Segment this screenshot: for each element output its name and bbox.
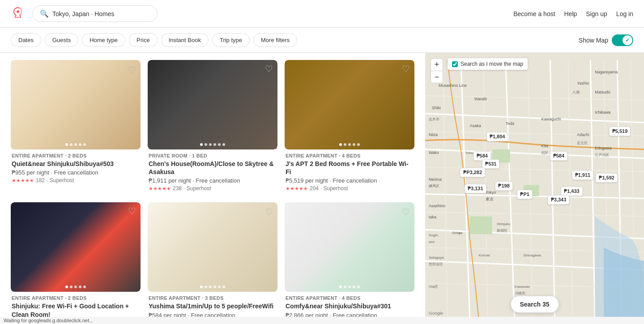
svg-text:Adachi: Adachi xyxy=(577,132,589,137)
carousel-dot xyxy=(222,286,225,288)
become-host-link[interactable]: Become a host xyxy=(513,10,555,17)
filter-bar-left: Dates Guests Home type Price Instant Boo… xyxy=(11,33,297,47)
svg-text:Matsudo: Matsudo xyxy=(595,90,610,94)
instant-book-filter-btn[interactable]: Instant Book xyxy=(161,33,209,47)
carousel-dot xyxy=(348,286,351,288)
listings-grid: ♡ ENTIRE APARTMENT · 2 BEDS Quiet&near S… xyxy=(11,60,414,324)
card-title: Shinjuku: Free Wi-Fi + Good Location + C… xyxy=(12,302,140,318)
more-filters-btn[interactable]: More filters xyxy=(253,33,297,47)
dot-indicators xyxy=(339,286,360,288)
price-marker[interactable]: ₱1,804 xyxy=(486,132,508,141)
wishlist-btn[interactable]: ♡ xyxy=(128,64,136,73)
zoom-out-btn[interactable]: − xyxy=(431,71,443,83)
wishlist-btn[interactable]: ♡ xyxy=(128,207,136,216)
card-title: Chen's House(RoomA)/Close to Skytree & A… xyxy=(149,160,277,176)
card-title: Comfy&near Shinjuku/Shibuya#301 xyxy=(286,302,414,310)
svg-text:北区: 北区 xyxy=(541,151,548,155)
price-marker[interactable]: ₱3,343 xyxy=(548,195,570,205)
svg-text:東京: 東京 xyxy=(486,197,494,201)
svg-text:Sugin: Sugin xyxy=(429,233,438,237)
listing-card[interactable]: ♡ ENTIRE APARTMENT · 3 BEDS Yushima Sta/… xyxy=(148,202,277,324)
carousel-dot xyxy=(65,143,68,146)
help-link[interactable]: Help xyxy=(564,10,577,17)
listing-card[interactable]: ♡ PRIVATE ROOM · 1 BED Chen's House(Room… xyxy=(148,60,277,193)
wishlist-btn[interactable]: ♡ xyxy=(265,207,273,216)
search-as-move-checkbox[interactable] xyxy=(452,61,458,67)
wishlist-btn[interactable]: ♡ xyxy=(402,207,410,216)
card-image xyxy=(285,60,414,149)
card-type: ENTIRE APARTMENT · 2 BEDS xyxy=(12,153,140,158)
card-title: Quiet&near Shinjuku/Shibuya#503 xyxy=(12,160,140,168)
listing-card[interactable]: ♡ ENTIRE APARTMENT · 4 BEDS J's APT 2 Be… xyxy=(285,60,414,193)
card-info: ENTIRE APARTMENT · 2 BEDS Quiet&near Shi… xyxy=(11,149,141,185)
carousel-dot xyxy=(74,286,77,288)
show-map-toggle[interactable] xyxy=(612,34,633,46)
svg-text:Nagareyama: Nagareyama xyxy=(595,70,618,74)
carousel-dot xyxy=(65,286,68,288)
dot-indicators xyxy=(200,143,225,146)
listing-card[interactable]: ♡ ENTIRE APARTMENT · 4 BEDS Comfy&near S… xyxy=(285,202,414,324)
search-icon: 🔍 xyxy=(40,9,49,18)
carousel-dot xyxy=(209,143,212,146)
waiting-bar: Waiting for googleads.g.doubleclick.net.… xyxy=(0,317,644,324)
price-marker[interactable]: ₱584 xyxy=(550,151,567,161)
carousel-dot xyxy=(209,286,212,288)
carousel-dot xyxy=(83,286,86,288)
svg-text:Shinagawa: Shinagawa xyxy=(524,253,542,257)
logo[interactable] xyxy=(11,7,25,21)
svg-text:江戸川区: 江戸川区 xyxy=(595,153,609,157)
carousel-dot xyxy=(79,286,81,288)
svg-text:Asaka: Asaka xyxy=(470,124,481,128)
carousel-dot xyxy=(213,286,216,288)
search-bar[interactable]: 🔍 Tokyo, Japan · Homes xyxy=(32,5,158,22)
price-marker[interactable]: ₱P1 xyxy=(517,190,532,199)
card-image-wrapper: ♡ xyxy=(148,202,277,292)
listing-card[interactable]: ♡ ENTIRE APARTMENT · 2 BEDS Shinjuku: Fr… xyxy=(11,202,141,324)
trip-type-filter-btn[interactable]: Trip type xyxy=(212,33,250,47)
card-price: ₱955 per night · Free cancellation xyxy=(12,169,140,176)
guests-filter-btn[interactable]: Guests xyxy=(45,33,78,47)
carousel-dot xyxy=(70,286,73,288)
svg-text:Shinjuku: Shinjuku xyxy=(497,222,511,226)
card-title: Yushima Sta/1min/Up to 5 people/FreeWifi xyxy=(149,302,277,310)
zoom-in-btn[interactable]: + xyxy=(431,58,443,71)
card-image xyxy=(148,60,277,149)
price-marker[interactable]: ₱531 xyxy=(482,159,499,169)
dot-indicators xyxy=(65,286,86,288)
price-marker[interactable]: ₱198 xyxy=(495,181,512,191)
dot-indicators xyxy=(200,286,225,288)
card-type: ENTIRE APARTMENT · 4 BEDS xyxy=(286,295,414,301)
svg-text:Yashio: Yashio xyxy=(577,81,589,85)
wishlist-btn[interactable]: ♡ xyxy=(265,64,273,73)
login-link[interactable]: Log in xyxy=(616,10,633,17)
search-as-move-label: Search as I move the map xyxy=(461,61,523,67)
search-area-btn[interactable]: Search 35 xyxy=(510,296,559,313)
card-rating: ★★★★★ 238 · Superhost xyxy=(149,185,277,192)
price-marker[interactable]: ₱1,592 xyxy=(596,173,618,183)
price-marker[interactable]: ₱P3,282 xyxy=(460,168,485,177)
card-image xyxy=(285,202,414,292)
price-marker[interactable]: ₱1,911 xyxy=(572,171,594,180)
svg-text:Kita: Kita xyxy=(541,144,548,148)
svg-text:八潮: 八潮 xyxy=(572,90,580,94)
listing-card[interactable]: ♡ ENTIRE APARTMENT · 2 BEDS Quiet&near S… xyxy=(11,60,141,193)
dates-filter-btn[interactable]: Dates xyxy=(11,33,41,47)
card-price: ₱1,911 per night · Free cancellation xyxy=(149,177,277,184)
price-marker[interactable]: ₱3,131 xyxy=(465,184,486,193)
carousel-dot xyxy=(218,143,221,146)
carousel-dot xyxy=(205,143,207,146)
price-marker[interactable]: ₱5,519 xyxy=(609,127,631,136)
wishlist-btn[interactable]: ♡ xyxy=(402,64,410,73)
show-map-label: Show Map xyxy=(579,37,608,44)
map-panel: Musashino Line Nagareyama Shiki 志木市 Wara… xyxy=(425,53,644,324)
price-filter-btn[interactable]: Price xyxy=(129,33,158,47)
home-type-filter-btn[interactable]: Home type xyxy=(82,33,125,47)
card-type: PRIVATE ROOM · 1 BED xyxy=(149,153,277,158)
carousel-dot xyxy=(348,143,351,146)
svg-text:Setagaya: Setagaya xyxy=(429,256,444,260)
carousel-dot xyxy=(218,286,221,288)
card-type: ENTIRE APARTMENT · 2 BEDS xyxy=(12,295,140,301)
signup-link[interactable]: Sign up xyxy=(586,10,607,17)
carousel-dot xyxy=(79,143,81,146)
svg-text:Ota区: Ota区 xyxy=(429,285,438,289)
